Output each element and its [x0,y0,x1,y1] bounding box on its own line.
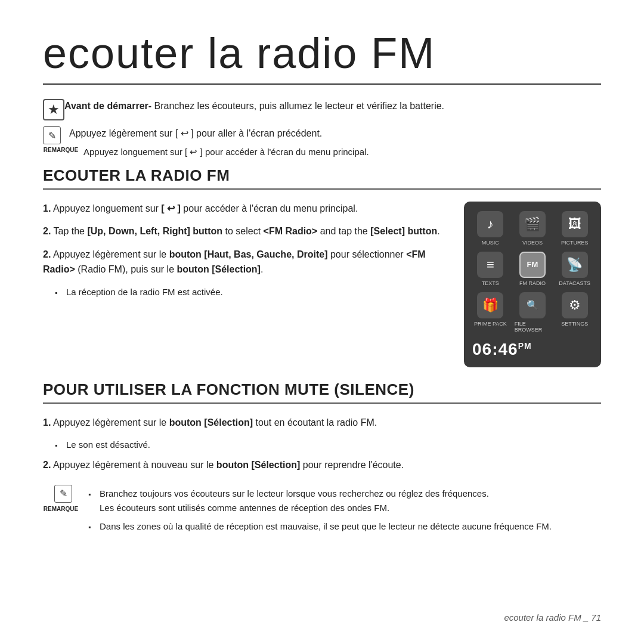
device-item-texts: ≡ TEXTS [472,252,509,286]
remarque-notice-text: Appuyez longuement sur [ ↩ ] pour accéde… [83,145,369,159]
star-notice-text: Avant de démarrer- Branchez les écouteur… [64,99,444,113]
note-notice-text: Appuyez légèrement sur [ ↩ ] pour aller … [69,126,322,141]
section2-step2: 2. Appuyez légèrement à nouveau sur le b… [43,458,601,473]
music-label: MUSIC [482,240,499,246]
device-item-pictures: 🖼 PICTURES [556,211,593,246]
star-icon: ★ [43,99,64,120]
device-time: 06:46PM [472,340,593,359]
remarque2-bullet2: Dans les zones où la qualité de réceptio… [88,520,552,534]
section1-content: 1. Appuyez longuement sur [ ↩ ] pour acc… [43,202,601,367]
remarque2-bullet1b: Les écouteurs sont utilisés comme antenn… [100,501,552,515]
primepack-icon: 🎁 [477,292,503,318]
device-screenshot: ♪ MUSIC 🎬 VIDEOS 🖼 PICTURES ≡ TEXTS F [464,202,601,367]
section1-sub-bullet: La réception de la radio FM est activée. [55,286,446,299]
filebrowser-label: FILE BROWSER [515,321,551,333]
fmradio-label: FM RADIO [519,280,546,286]
remarque-label-2: REMARQUE [43,504,79,513]
remarque-label-1: REMARQUE [43,145,79,154]
device-item-settings: ⚙ SETTINGS [556,292,593,333]
star-notice-block: ★ Avant de démarrer- Branchez les écoute… [43,99,601,120]
datacasts-icon: 📡 [562,252,588,278]
fmradio-icon: FM [519,252,546,278]
videos-label: VIDEOS [522,240,543,246]
page: ecouter la radio FM ★ Avant de démarrer-… [0,0,644,644]
note-icon-2: ✎ [54,485,72,503]
remarque2-text: Branchez toujours vos écouteurs sur le l… [88,485,552,534]
texts-label: TEXTS [482,280,499,286]
music-icon: ♪ [477,211,503,237]
section1-steps: 1. Appuyez longuement sur [ ↩ ] pour acc… [43,202,446,299]
note-icon: ✎ [43,126,61,144]
device-item-videos: 🎬 VIDEOS [515,211,551,246]
section1-step2-en: 2. Tap the [Up, Down, Left, Right] butto… [43,224,446,239]
remarque-notice-block: REMARQUE Appuyez longuement sur [ ↩ ] po… [43,145,601,159]
section2-sub-bullet1: Le son est désactivé. [55,438,601,452]
pictures-icon: 🖼 [562,211,588,237]
device-item-primepack: 🎁 PRIME PACK [472,292,509,333]
section2-step1: 1. Appuyez légèrement sur le bouton [Sél… [43,416,601,431]
device-item-datacasts: 📡 DATACASTS [556,252,593,286]
device-time-suffix: PM [518,340,532,350]
settings-icon: ⚙ [562,292,588,318]
page-title: ecouter la radio FM [43,29,601,85]
section1-step1: 1. Appuyez longuement sur [ ↩ ] pour acc… [43,202,446,216]
device-item-music: ♪ MUSIC [472,211,509,246]
datacasts-label: DATACASTS [559,280,590,286]
videos-icon: 🎬 [519,211,546,237]
footer-text: ecouter la radio FM _ 71 [504,612,601,623]
remarque2-bullet1: Branchez toujours vos écouteurs sur le l… [88,487,552,501]
device-item-fmradio: FM FM RADIO [515,252,551,286]
pictures-label: PICTURES [561,240,589,246]
primepack-label: PRIME PACK [474,321,507,327]
filebrowser-icon: 🔍 [519,292,546,318]
section1-title: ECOUTER LA RADIO FM [43,166,601,190]
remarque2-block: ✎ REMARQUE Branchez toujours vos écouteu… [43,485,601,534]
note-notice-block: ✎ Appuyez légèrement sur [ ↩ ] pour alle… [43,126,601,144]
device-menu-grid: ♪ MUSIC 🎬 VIDEOS 🖼 PICTURES ≡ TEXTS F [472,211,593,333]
section1-step2-fr: 2. Appuyez légèrement sur le bouton [Hau… [43,247,446,277]
section2-title: POUR UTILISER LA FONCTION MUTE (SILENCE) [43,380,601,404]
texts-icon: ≡ [477,252,503,278]
device-item-filebrowser: 🔍 FILE BROWSER [515,292,551,333]
settings-label: SETTINGS [561,321,588,327]
